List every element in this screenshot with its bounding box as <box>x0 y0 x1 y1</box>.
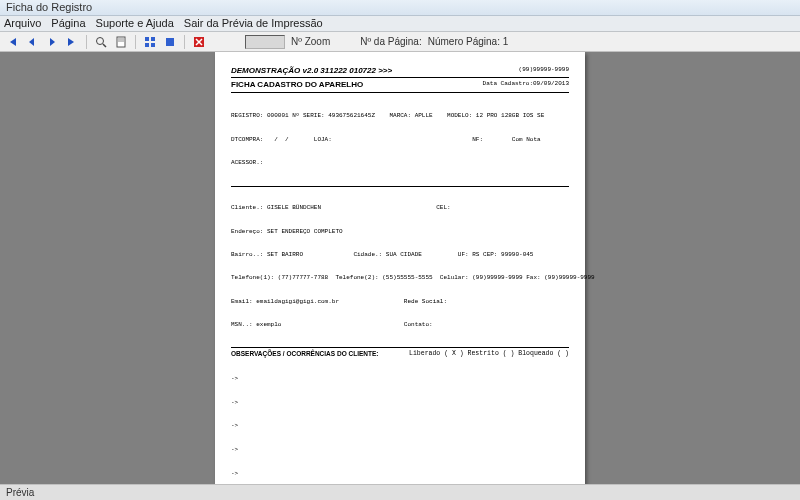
svg-rect-6 <box>151 37 155 41</box>
doc-obs-flags: Liberado ( X ) Restrito ( ) Bloqueado ( … <box>409 350 569 358</box>
svg-line-1 <box>103 44 106 47</box>
doc-cli-line4: Telefone(1): (77)77777-7788 Telefone(2):… <box>231 274 569 282</box>
doc-reg-line3: ACESSOR.: <box>231 159 569 167</box>
nav-next-button[interactable] <box>44 34 60 50</box>
toolbar-separator <box>135 35 136 49</box>
toolbar: Nº Zoom Nº da Página: Número Página: 1 <box>0 32 800 52</box>
page-view-button[interactable] <box>113 34 129 50</box>
page-number-label: Nº da Página: <box>360 36 421 47</box>
print-page: DEMONSTRAÇÃO v2.0 311222 010722 >>> (99)… <box>215 52 585 484</box>
zoom-tool-button[interactable] <box>93 34 109 50</box>
obs-arrow: -> <box>231 470 569 478</box>
svg-point-0 <box>97 37 104 44</box>
obs-arrow: -> <box>231 399 569 407</box>
nav-last-button[interactable] <box>64 34 80 50</box>
single-view-button[interactable] <box>162 34 178 50</box>
doc-title: FICHA CADASTRO DO APARELHO <box>231 80 363 90</box>
doc-data-cadastro: Data Cadastro:09/09/2013 <box>483 80 569 90</box>
menu-sair[interactable]: Sair da Prévia de Impressão <box>184 17 323 30</box>
obs-arrow: -> <box>231 422 569 430</box>
window-titlebar: Ficha do Registro <box>0 0 800 16</box>
doc-obs-header: OBSERVAÇÕES / OCORRÊNCIAS DO CLIENTE: <box>231 350 378 358</box>
doc-demo-header: DEMONSTRAÇÃO v2.0 311222 010722 >>> <box>231 66 392 76</box>
close-preview-button[interactable] <box>191 34 207 50</box>
nav-first-button[interactable] <box>4 34 20 50</box>
doc-cli-line5: Email: emaildagigi@gigi.com.br Rede Soci… <box>231 298 569 306</box>
doc-reg-line2: DTCOMPRA: / / LOJA: NF: Com Nota <box>231 136 569 144</box>
doc-obs-arrows: -> -> -> -> -> <box>231 359 569 484</box>
doc-phone: (99)99999-9999 <box>519 66 569 76</box>
status-bar: Prévia <box>0 484 800 500</box>
divider <box>231 347 569 348</box>
obs-arrow: -> <box>231 446 569 454</box>
doc-cli-line2: Endereço: SET ENDEREÇO COMPLETO <box>231 228 569 236</box>
zoom-label: Nº Zoom <box>291 36 330 47</box>
obs-arrow: -> <box>231 375 569 383</box>
svg-rect-5 <box>145 37 149 41</box>
doc-cliente-block: Cliente.: GISELE BÜNDCHEN CEL: Endereço:… <box>231 189 569 345</box>
doc-cli-line1: Cliente.: GISELE BÜNDCHEN CEL: <box>231 204 569 212</box>
menu-suporte[interactable]: Suporte e Ajuda <box>96 17 174 30</box>
doc-registro-block: REGISTRO: 000001 Nº SERIE: 493675621645Z… <box>231 97 569 183</box>
menu-arquivo[interactable]: Arquivo <box>4 17 41 30</box>
preview-area: DEMONSTRAÇÃO v2.0 311222 010722 >>> (99)… <box>0 52 800 484</box>
window-title: Ficha do Registro <box>6 1 92 13</box>
doc-reg-line1: REGISTRO: 000001 Nº SERIE: 493675621645Z… <box>231 112 569 120</box>
doc-cli-line3: Bairro..: SET BAIRRO Cidade.: SUA CIDADE… <box>231 251 569 259</box>
svg-rect-9 <box>166 38 174 46</box>
svg-rect-7 <box>145 43 149 47</box>
doc-cli-line6: MSN..: exemplo Contato: <box>231 321 569 329</box>
svg-rect-8 <box>151 43 155 47</box>
zoom-input[interactable] <box>245 35 285 49</box>
nav-prev-button[interactable] <box>24 34 40 50</box>
menu-bar: Arquivo Página Suporte e Ajuda Sair da P… <box>0 16 800 32</box>
grid-view-button[interactable] <box>142 34 158 50</box>
doc-obs-header-row: OBSERVAÇÕES / OCORRÊNCIAS DO CLIENTE: Li… <box>231 350 569 358</box>
toolbar-separator <box>86 35 87 49</box>
status-text: Prévia <box>6 487 34 498</box>
page-number-info: Número Página: 1 <box>428 36 509 47</box>
divider <box>231 186 569 187</box>
toolbar-separator <box>184 35 185 49</box>
menu-pagina[interactable]: Página <box>51 17 85 30</box>
